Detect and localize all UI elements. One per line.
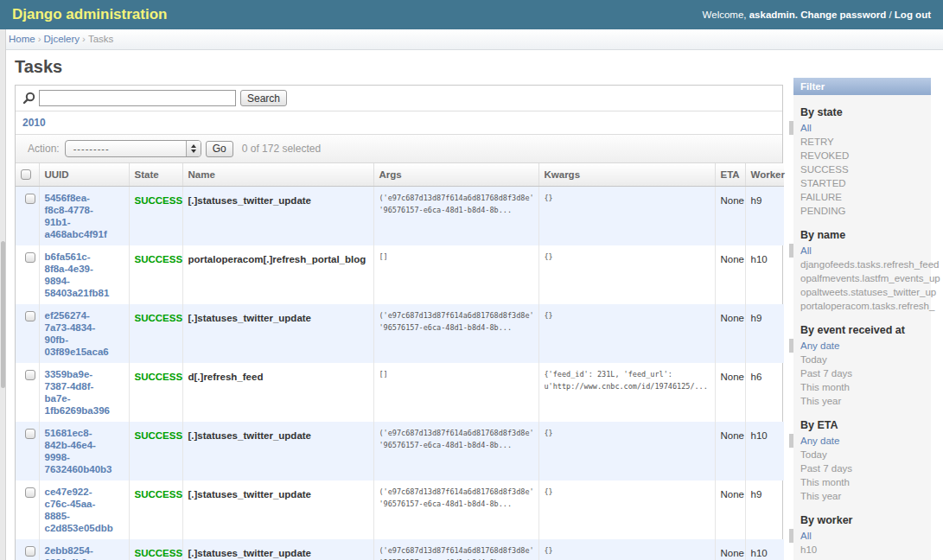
filter-item[interactable]: Today xyxy=(800,448,931,461)
worker-value: h9 xyxy=(751,489,762,500)
filter-item[interactable]: portaloperacom.tasks.refresh_ xyxy=(800,299,931,313)
row-checkbox[interactable] xyxy=(25,311,35,321)
filter-item[interactable]: djangofeeds.tasks.refresh_feed xyxy=(800,258,931,271)
uuid-link[interactable]: ef256274- 7a73-4834- 90fb- 03f89e15aca6 xyxy=(45,309,124,358)
filter-section-heading: By ETA xyxy=(800,419,931,431)
column-header-worker[interactable]: Worker xyxy=(745,163,784,187)
action-label: Action: xyxy=(28,143,60,155)
column-header-name[interactable]: Name xyxy=(182,163,373,187)
change-password-link[interactable]: Change password xyxy=(800,10,886,20)
search-toolbar: Search xyxy=(16,86,782,111)
scrollbar-thumb[interactable] xyxy=(1,241,5,388)
filter-item[interactable]: Any date xyxy=(789,339,931,353)
row-checkbox[interactable] xyxy=(25,252,35,263)
filter-item[interactable]: PENDING xyxy=(800,204,931,218)
state-label: SUCCESS xyxy=(135,195,183,206)
row-select-cell xyxy=(16,480,39,539)
args-value: ('e97c687d13d87f614a6d81768d8f3d8e', '96… xyxy=(379,486,533,510)
column-header-eta[interactable]: ETA xyxy=(715,163,745,187)
eta-value: None xyxy=(721,195,745,206)
action-select[interactable]: --------- xyxy=(65,140,201,157)
breadcrumb-home-link[interactable]: Home xyxy=(9,34,35,44)
uuid-link[interactable]: 3359ba9e- 7387-4d8f- ba7e- 1fb6269ba396 xyxy=(45,368,124,417)
uuid-link[interactable]: 2ebb8254- 6891-4b6c- a0e7- dab29c494097 xyxy=(45,544,124,560)
eta-value: None xyxy=(721,548,745,558)
filter-item[interactable]: REVOKED xyxy=(800,149,931,162)
eta-value: None xyxy=(721,372,745,382)
uuid-link[interactable]: 51681ec8- 842b-46e4- 9998- 7632460b40b3 xyxy=(45,427,124,475)
filter-item[interactable]: All xyxy=(789,244,931,258)
filter-item[interactable]: This month xyxy=(800,380,931,394)
uuid-link[interactable]: ce47e922- c76c-45aa- 8885- c2d853e05dbb xyxy=(45,486,124,534)
filter-section-heading: By event received at xyxy=(800,324,931,336)
column-header-kwargs[interactable]: Kwargs xyxy=(538,163,715,187)
state-label: SUCCESS xyxy=(135,548,183,558)
filter-item[interactable]: opaltweets.statuses_twitter_up xyxy=(800,285,931,299)
search-icon xyxy=(22,92,35,105)
filter-item[interactable]: Any date xyxy=(789,434,931,448)
row-checkbox[interactable] xyxy=(25,194,35,204)
tools-separator: / xyxy=(889,10,891,20)
filter-item[interactable]: SUCCESS xyxy=(800,162,931,176)
logout-link[interactable]: Log out xyxy=(895,10,931,20)
filter-section-heading: By worker xyxy=(800,514,931,526)
search-input[interactable] xyxy=(39,90,236,106)
column-header-uuid[interactable]: UUID xyxy=(39,163,129,187)
window-edge-strip xyxy=(0,29,6,560)
filter-item[interactable]: h10 xyxy=(800,543,931,557)
row-checkbox[interactable] xyxy=(25,546,35,557)
args-value: ('e97c687d13d87f614a6d81768d8f3d8e', '96… xyxy=(379,309,533,334)
task-name: d[.]refresh_feed xyxy=(188,372,264,382)
breadcrumb-app-link[interactable]: Djcelery xyxy=(44,34,80,44)
worker-value: h10 xyxy=(751,254,768,264)
filter-item[interactable]: STARTED xyxy=(800,176,931,190)
table-row: 3359ba9e- 7387-4d8f- ba7e- 1fb6269ba396S… xyxy=(16,363,784,422)
uuid-link[interactable]: b6fa561c- 8f8a-4e39- 9894- 58403a21fb81 xyxy=(45,251,124,299)
date-hierarchy: 2010 xyxy=(16,111,782,135)
row-checkbox[interactable] xyxy=(25,429,35,439)
table-row: ce47e922- c76c-45aa- 8885- c2d853e05dbbS… xyxy=(16,480,784,539)
search-button[interactable]: Search xyxy=(240,90,287,106)
filter-item[interactable]: FAILURE xyxy=(800,190,931,204)
worker-value: h9 xyxy=(751,195,762,206)
filter-item[interactable]: This year xyxy=(800,394,931,408)
go-button[interactable]: Go xyxy=(206,141,233,157)
select-all-checkbox[interactable] xyxy=(21,169,31,180)
filter-item[interactable]: This year xyxy=(800,489,931,503)
breadcrumb-separator: › xyxy=(80,34,88,44)
table-row: 5456f8ea- f8c8-4778- 91b1- a468abc4f91fS… xyxy=(16,187,784,246)
page-title: Tasks xyxy=(15,57,783,77)
filter-item[interactable]: Today xyxy=(800,353,931,366)
args-value: [] xyxy=(379,368,533,380)
filter-item[interactable]: opalfmevents.lastfm_events_up xyxy=(800,271,931,285)
eta-value: None xyxy=(721,313,745,323)
args-value: ('e97c687d13d87f614a6d81768d8f3d8e', '96… xyxy=(379,192,533,216)
filter-item[interactable]: This month xyxy=(800,475,931,489)
row-checkbox[interactable] xyxy=(25,487,35,498)
row-checkbox[interactable] xyxy=(25,370,35,380)
kwargs-value: {'feed_id': 231L, 'feed_url': u'http://w… xyxy=(545,368,710,392)
breadcrumb-separator: › xyxy=(35,34,44,44)
welcome-text: Welcome, xyxy=(703,10,747,20)
row-select-cell xyxy=(16,363,39,422)
actions-bar: Action: --------- Go 0 of 172 selected xyxy=(16,135,782,163)
filter-item[interactable]: Past 7 days xyxy=(800,366,931,380)
uuid-link[interactable]: 5456f8ea- f8c8-4778- 91b1- a468abc4f91f xyxy=(45,192,124,240)
task-name: [.]statuses_twitter_update xyxy=(188,313,312,323)
column-header-state[interactable]: State xyxy=(129,163,182,187)
select-stepper-icon xyxy=(186,141,201,156)
filter-item[interactable]: RETRY xyxy=(800,135,931,149)
filter-item[interactable]: h8 xyxy=(800,557,931,560)
action-select-value: --------- xyxy=(73,143,110,154)
date-hierarchy-year-link[interactable]: 2010 xyxy=(22,117,46,129)
kwargs-value: {} xyxy=(545,427,710,439)
filter-panel: Filter By stateAllRETRYREVOKEDSUCCESSSTA… xyxy=(793,78,931,560)
args-value: ('e97c687d13d87f614a6d81768d8f3d8e', '96… xyxy=(379,427,533,451)
task-name: [.]statuses_twitter_update xyxy=(188,430,312,441)
task-table: UUID State Name Args Kwargs ETA Worker 5… xyxy=(16,163,784,560)
filter-item[interactable]: Past 7 days xyxy=(800,461,931,475)
filter-item[interactable]: All xyxy=(789,121,931,135)
main-content: Tasks Search 2010 Action: --------- Go xyxy=(15,50,783,560)
column-header-args[interactable]: Args xyxy=(373,163,538,187)
filter-item[interactable]: All xyxy=(789,529,931,543)
